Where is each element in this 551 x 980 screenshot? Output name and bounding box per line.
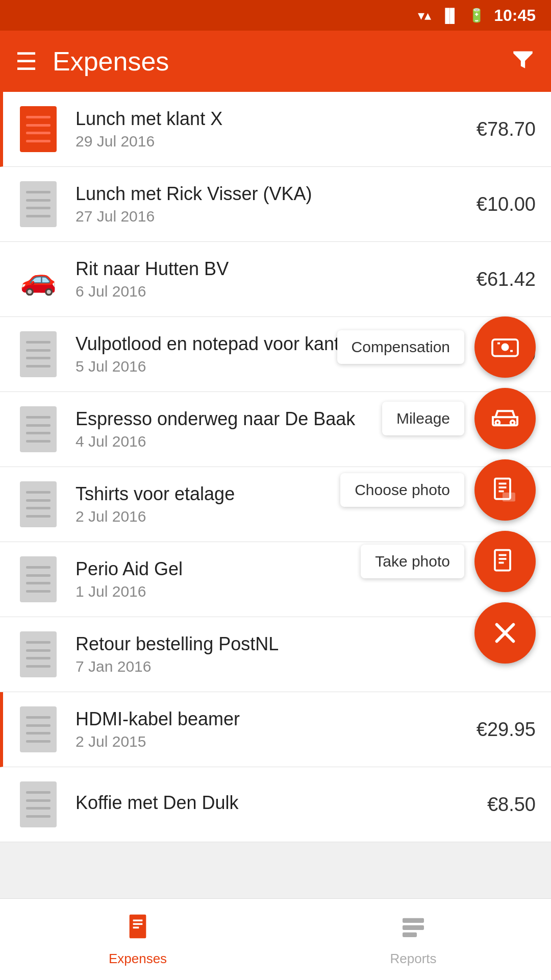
expense-icon [15, 481, 61, 527]
battery-icon: 🔋 [468, 8, 485, 23]
fab-row-close [474, 602, 536, 664]
expense-date: 6 Jul 2016 [76, 283, 477, 300]
mileage-label: Mileage [382, 402, 464, 435]
svg-rect-18 [403, 925, 424, 930]
app-bar: ☰ Expenses [0, 31, 551, 92]
expense-name: Koffie met Den Dulk [76, 792, 487, 814]
expense-icon [15, 181, 61, 227]
nav-item-expenses[interactable]: Expenses [0, 899, 276, 980]
compensation-button[interactable] [474, 316, 536, 378]
compensation-label: Compensation [337, 330, 464, 364]
expense-date: 27 Jul 2016 [76, 208, 477, 225]
expense-details: Lunch met Rick Visser (VKA) 27 Jul 2016 [76, 183, 477, 225]
list-item[interactable]: Lunch met klant X 29 Jul 2016 €78.70 [0, 92, 551, 167]
expense-icon [15, 556, 61, 602]
expense-name: Rit naar Hutten BV [76, 258, 477, 280]
fab-container: Compensation Mileage Choose photo [337, 316, 536, 664]
take-photo-button[interactable] [474, 531, 536, 592]
take-photo-label: Take photo [361, 545, 464, 578]
expense-amount: €61.42 [477, 268, 536, 290]
expense-amount: €10.00 [477, 193, 536, 215]
fab-row-compensation: Compensation [337, 316, 536, 378]
svg-point-1 [502, 344, 509, 351]
signal-icon: ▐▌ [440, 8, 459, 23]
bottom-nav: Expenses Reports [0, 898, 551, 980]
reports-nav-label: Reports [390, 951, 436, 967]
fab-row-mileage: Mileage [382, 388, 536, 449]
expense-amount: €29.95 [477, 719, 536, 741]
svg-rect-13 [130, 915, 146, 939]
expense-icon [15, 706, 61, 752]
car-icon: 🚗 [20, 262, 57, 297]
filter-button[interactable] [510, 46, 536, 77]
expense-icon [15, 631, 61, 677]
expense-details: Rit naar Hutten BV 6 Jul 2016 [76, 258, 477, 300]
menu-button[interactable]: ☰ [15, 47, 37, 76]
choose-photo-button[interactable] [474, 459, 536, 521]
mileage-button[interactable] [474, 388, 536, 449]
expense-date: 2 Jul 2015 [76, 733, 477, 750]
list-item[interactable]: Lunch met Rick Visser (VKA) 27 Jul 2016 … [0, 167, 551, 242]
expense-details: Lunch met klant X 29 Jul 2016 [76, 108, 477, 150]
expense-details: HDMI-kabel beamer 2 Jul 2015 [76, 708, 477, 750]
choose-photo-label: Choose photo [340, 473, 464, 507]
fab-row-choose-photo: Choose photo [340, 459, 536, 521]
nav-item-reports[interactable]: Reports [276, 899, 551, 980]
expenses-nav-icon [123, 912, 152, 947]
expense-icon [15, 331, 61, 377]
expense-amount: €78.70 [477, 118, 536, 140]
expense-name: Lunch met Rick Visser (VKA) [76, 183, 477, 205]
list-item[interactable]: 🚗 Rit naar Hutten BV 6 Jul 2016 €61.42 [0, 242, 551, 317]
status-bar: ▾▴ ▐▌ 🔋 10:45 [0, 0, 551, 31]
expense-date: 29 Jul 2016 [76, 133, 477, 150]
expenses-nav-label: Expenses [109, 951, 167, 967]
svg-rect-17 [403, 918, 424, 923]
expense-details: Koffie met Den Dulk [76, 792, 487, 817]
expense-amount: €8.50 [487, 794, 536, 816]
status-time: 10:45 [494, 6, 536, 25]
svg-rect-19 [403, 933, 417, 937]
expense-icon [15, 106, 61, 152]
expense-icon [15, 406, 61, 452]
expense-icon [15, 781, 61, 827]
fab-row-take-photo: Take photo [361, 531, 536, 592]
close-fab-button[interactable] [474, 602, 536, 664]
list-item[interactable]: HDMI-kabel beamer 2 Jul 2015 €29.95 [0, 692, 551, 767]
expense-name: Lunch met klant X [76, 108, 477, 130]
reports-nav-icon [399, 912, 428, 947]
expense-name: HDMI-kabel beamer [76, 708, 477, 730]
expense-icon: 🚗 [15, 256, 61, 302]
app-title: Expenses [53, 46, 495, 77]
wifi-icon: ▾▴ [418, 8, 431, 23]
svg-rect-7 [495, 550, 510, 571]
list-item[interactable]: Koffie met Den Dulk €8.50 [0, 767, 551, 842]
svg-rect-6 [503, 493, 515, 502]
